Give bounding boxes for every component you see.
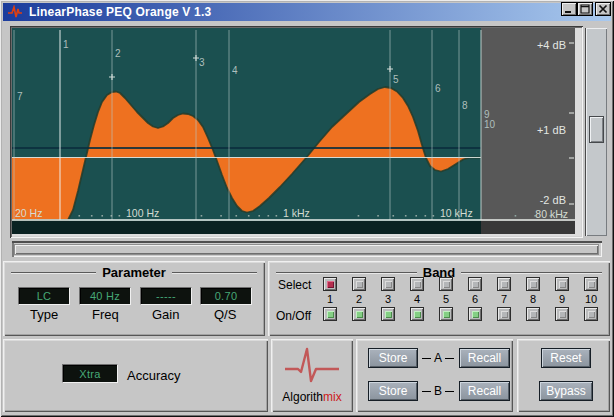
store-a-button[interactable]: Store xyxy=(368,348,418,368)
band-number-label-8: 8 xyxy=(523,293,543,305)
freq-label: 100 Hz xyxy=(126,207,159,219)
band-onoff-button-8[interactable] xyxy=(526,307,540,321)
select-led-off xyxy=(414,281,421,288)
brand-name: Algorithmix xyxy=(271,390,353,404)
band-onoff-button-7[interactable] xyxy=(497,307,511,321)
brand-name-red: mix xyxy=(323,390,342,404)
band-onoff-button-2[interactable] xyxy=(352,307,366,321)
band-number-6: 6 xyxy=(435,83,441,94)
vertical-scrollbar-thumb[interactable] xyxy=(589,116,604,143)
maximize-button[interactable] xyxy=(577,2,593,16)
minimize-icon xyxy=(564,4,574,14)
onoff-led-on xyxy=(327,311,334,318)
select-row-label: Select xyxy=(278,278,311,292)
select-led-off xyxy=(588,281,595,288)
algorithmix-logo-icon xyxy=(281,343,343,391)
onoff-led-off xyxy=(588,311,595,318)
onoff-led-off xyxy=(530,311,537,318)
eq-response-plot[interactable]: 1234567891020 Hz100 Hz1 kHz10 kHz+4 dB+1… xyxy=(12,28,575,234)
store-b-button[interactable]: Store xyxy=(368,381,418,401)
parameter-panel: Parameter LC 40 Hz ----- 0.70 Type Freq … xyxy=(3,261,265,336)
band-panel: Band Select On/Off 12345678910 xyxy=(268,261,610,336)
select-led-off xyxy=(385,281,392,288)
band-select-button-4[interactable] xyxy=(410,277,424,291)
band-select-button-3[interactable] xyxy=(381,277,395,291)
select-led-off xyxy=(472,281,479,288)
brand-name-black: Algorith xyxy=(282,390,323,404)
band-onoff-button-5[interactable] xyxy=(439,307,453,321)
select-led-off xyxy=(356,281,363,288)
band-onoff-button-6[interactable] xyxy=(468,307,482,321)
horizontal-zoom-scrollbar[interactable] xyxy=(12,241,602,257)
band-number-label-6: 6 xyxy=(465,293,485,305)
freq-label: 10 kHz xyxy=(440,207,473,219)
ab-panel: Store A Recall Store B Recall xyxy=(356,339,513,412)
band-onoff-button-1[interactable] xyxy=(323,307,337,321)
freq-field[interactable]: 40 Hz xyxy=(79,287,131,305)
brand-panel: Algorithmix xyxy=(271,339,353,412)
band-select-button-8[interactable] xyxy=(526,277,540,291)
band-select-button-9[interactable] xyxy=(555,277,569,291)
select-led-off xyxy=(501,281,508,288)
db-label: +1 dB xyxy=(537,124,566,136)
accuracy-panel: Xtra Accuracy xyxy=(3,339,268,412)
band-select-button-7[interactable] xyxy=(497,277,511,291)
onoff-row-label: On/Off xyxy=(276,309,311,323)
band-select-button-2[interactable] xyxy=(352,277,366,291)
recall-b-button[interactable]: Recall xyxy=(459,381,510,401)
gain-label: Gain xyxy=(152,307,179,322)
accuracy-label: Accuracy xyxy=(127,368,180,383)
band-number-label-2: 2 xyxy=(349,293,369,305)
dash xyxy=(445,391,454,392)
onoff-led-on xyxy=(443,311,450,318)
band-number-8: 8 xyxy=(462,100,468,111)
band-onoff-button-10[interactable] xyxy=(584,307,598,321)
reset-button[interactable]: Reset xyxy=(541,348,591,368)
vertical-zoom-scrollbar[interactable] xyxy=(585,28,607,236)
onoff-led-on xyxy=(385,311,392,318)
type-field[interactable]: LC xyxy=(18,287,70,305)
band-number-label-10: 10 xyxy=(581,293,601,305)
freq-label: 1 kHz xyxy=(283,207,310,219)
select-led-off xyxy=(530,281,537,288)
qs-field[interactable]: 0.70 xyxy=(200,287,252,305)
type-label: Type xyxy=(30,307,58,322)
band-select-button-1[interactable] xyxy=(323,277,337,291)
maximize-icon xyxy=(580,4,590,14)
bottom-strip xyxy=(12,221,481,234)
freq-end-label: 80 kHz xyxy=(535,208,568,220)
dash xyxy=(422,358,431,359)
app-icon xyxy=(7,5,23,19)
close-icon xyxy=(598,4,608,14)
band-select-button-5[interactable] xyxy=(439,277,453,291)
minimize-button[interactable] xyxy=(561,2,577,16)
bypass-button[interactable]: Bypass xyxy=(539,381,593,401)
rule xyxy=(276,272,417,274)
band-onoff-button-3[interactable] xyxy=(381,307,395,321)
band-onoff-button-9[interactable] xyxy=(555,307,569,321)
horizontal-scrollbar-thumb[interactable] xyxy=(14,244,599,255)
select-led-off xyxy=(443,281,450,288)
band-select-button-10[interactable] xyxy=(584,277,598,291)
accuracy-field[interactable]: Xtra xyxy=(62,364,118,383)
band-number-label-1: 1 xyxy=(320,293,340,305)
onoff-led-off xyxy=(559,311,566,318)
band-number-label-5: 5 xyxy=(436,293,456,305)
close-button[interactable] xyxy=(595,2,611,16)
band-onoff-button-4[interactable] xyxy=(410,307,424,321)
title-bar[interactable]: LinearPhase PEQ Orange V 1.3 xyxy=(3,3,611,21)
band-number-2: 2 xyxy=(115,48,121,59)
rule xyxy=(461,272,602,274)
gain-field[interactable]: ----- xyxy=(140,287,192,305)
freq-label: Freq xyxy=(92,307,119,322)
band-number-4: 4 xyxy=(232,65,238,76)
onoff-led-on xyxy=(356,311,363,318)
band-number-3: 3 xyxy=(199,57,205,68)
b-label-text: B xyxy=(434,384,442,398)
band-number-7: 7 xyxy=(17,91,23,102)
recall-a-button[interactable]: Recall xyxy=(459,348,510,368)
band-number-label-4: 4 xyxy=(407,293,427,305)
band-select-button-6[interactable] xyxy=(468,277,482,291)
parameter-title: Parameter xyxy=(11,265,257,280)
dash xyxy=(445,358,454,359)
